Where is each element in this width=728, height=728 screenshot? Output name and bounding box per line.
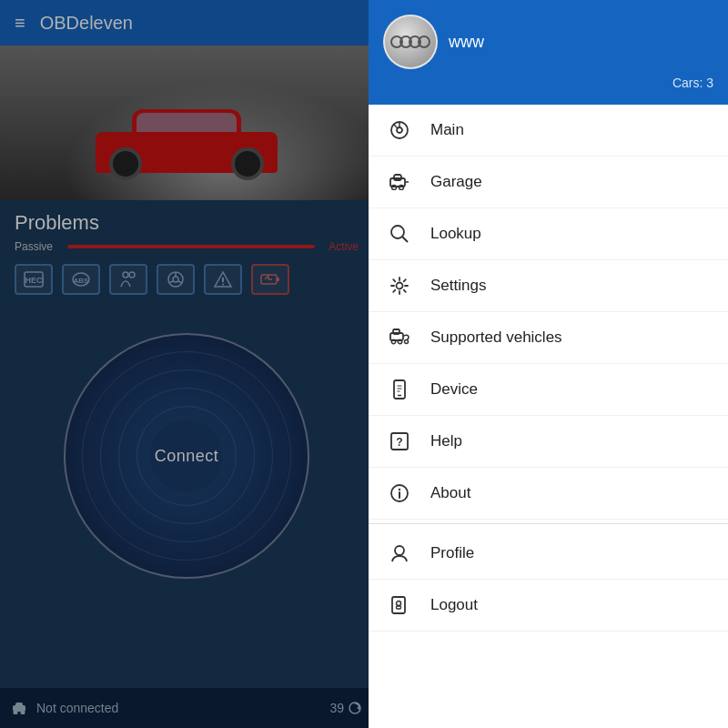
main-icon: [387, 117, 412, 143]
drawer-header: www Cars: 3: [369, 0, 728, 105]
settings-label: Settings: [430, 277, 486, 295]
menu-item-help[interactable]: ? Help: [369, 416, 728, 468]
garage-label: Garage: [430, 173, 482, 191]
supported-vehicles-icon: [387, 325, 412, 350]
main-label: Main: [430, 121, 464, 139]
svg-point-54: [395, 546, 404, 555]
menu-item-settings[interactable]: Settings: [369, 260, 728, 312]
lookup-label: Lookup: [430, 225, 481, 243]
svg-point-56: [397, 602, 401, 606]
help-icon: ?: [387, 429, 412, 454]
about-icon: [387, 480, 412, 506]
profile-icon: [387, 541, 412, 566]
svg-rect-43: [393, 329, 399, 334]
settings-icon: [387, 273, 412, 298]
lookup-icon: [387, 221, 412, 247]
menu-item-profile[interactable]: Profile: [369, 528, 728, 580]
user-avatar: [383, 15, 438, 69]
navigation-drawer: www Cars: 3 Main: [369, 0, 728, 728]
logout-label: Logout: [430, 596, 478, 614]
svg-point-52: [399, 489, 400, 490]
svg-point-39: [391, 226, 404, 238]
menu-item-supported-vehicles[interactable]: Supported vehicles: [369, 312, 728, 364]
menu-list: Main Garage: [369, 105, 728, 728]
svg-point-37: [399, 186, 404, 190]
device-label: Device: [430, 380, 478, 399]
menu-item-about[interactable]: About: [369, 468, 728, 520]
svg-point-46: [405, 340, 409, 344]
avatar-inner: [385, 16, 436, 67]
user-name: www: [449, 33, 484, 52]
cars-count: Cars: 3: [383, 76, 713, 90]
svg-point-36: [392, 186, 397, 190]
drawer-user-row: www: [383, 15, 713, 69]
device-icon: [387, 377, 412, 402]
svg-text:?: ?: [396, 436, 402, 449]
garage-icon: [387, 169, 412, 195]
svg-line-40: [402, 237, 408, 242]
about-label: About: [430, 484, 470, 502]
svg-point-45: [398, 339, 401, 343]
svg-point-41: [397, 283, 403, 289]
menu-item-main[interactable]: Main: [369, 105, 728, 157]
logout-icon: [387, 592, 412, 618]
menu-item-lookup[interactable]: Lookup: [369, 208, 728, 260]
menu-item-device[interactable]: Device: [369, 364, 728, 416]
profile-label: Profile: [430, 544, 474, 562]
help-label: Help: [430, 432, 462, 450]
menu-item-garage[interactable]: Garage: [369, 157, 728, 208]
app-container: ≡ OBDeleven Problems Passive Active: [0, 0, 728, 728]
svg-point-44: [391, 339, 395, 343]
svg-rect-35: [394, 175, 401, 180]
menu-separator: [369, 523, 728, 524]
supported-vehicles-label: Supported vehicles: [430, 329, 562, 347]
audi-logo: [390, 29, 430, 55]
menu-item-logout[interactable]: Logout: [369, 580, 728, 632]
